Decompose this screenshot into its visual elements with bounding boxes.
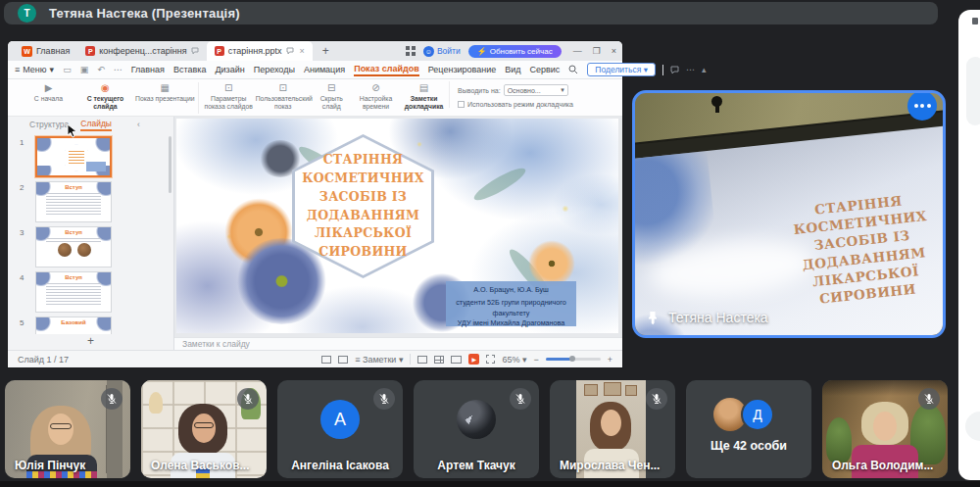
slide-canvas[interactable]: СТАРІННЯ КОСМЕТИЧНИХ ЗАСОБІВ ІЗ ДОДАВАНН… [176, 119, 618, 333]
participant-tile-artem[interactable]: Артем Ткачук [414, 380, 539, 478]
mic-off-icon [918, 388, 940, 410]
participant-tile-yulia[interactable]: Юлія Пінчук [5, 380, 130, 478]
print-icon[interactable]: ▣ [80, 65, 89, 74]
wps-status-bar: Слайд 1 / 17 ≡ Заметки ▾ ▶ 65% ▾ − + [8, 350, 622, 367]
more-options-icon[interactable]: ⋯ [686, 65, 695, 74]
tab-close-icon[interactable]: × [300, 46, 305, 56]
menu-item-transitions[interactable]: Переходы [254, 65, 295, 74]
thumbnail-photo [58, 243, 72, 257]
participant-tile-olena[interactable]: Олена Васьков... [141, 380, 267, 478]
minimize-button[interactable]: — [573, 46, 582, 56]
wps-tab-bar: W Главная P конференц...старіння P старі… [8, 41, 622, 61]
authors-textbox[interactable]: А.О. Брацун, Ю.А. Буш студенти 52Б групи… [446, 281, 576, 326]
share-button[interactable]: Поделиться ▾ [587, 63, 656, 76]
participant-tile-olha[interactable]: Ольга Володим... [822, 380, 948, 478]
tab-document-1-label: конференц...старіння [99, 46, 186, 56]
undo-icon[interactable]: ↶ [97, 65, 105, 74]
letter-avatar: А [320, 400, 360, 439]
save-icon[interactable]: ▭ [63, 65, 72, 74]
apps-grid-icon[interactable] [406, 46, 416, 56]
tile-options-button[interactable] [907, 91, 937, 121]
search-icon[interactable] [568, 65, 578, 74]
presentation-icon: ▦ [135, 81, 195, 95]
slide-thumbnail[interactable]: Вступ [35, 271, 112, 313]
tab-home[interactable]: W Главная [14, 41, 77, 61]
presenter-mode-label: Использовать режим докладчика [467, 101, 573, 108]
ribbon-speaker-notes[interactable]: ▤ Заметки докладчика [399, 81, 449, 111]
thumbnail-row-1[interactable]: 1 [20, 136, 112, 177]
panel-item-fragment [966, 57, 980, 125]
menu-item-design[interactable]: Дизайн [215, 65, 244, 74]
new-tab-button[interactable]: + [322, 44, 329, 58]
zoom-slider[interactable] [546, 358, 601, 361]
play-circle-icon: ◉ [75, 81, 135, 95]
thumbnails-scrollbar[interactable] [169, 136, 172, 193]
tab-document-1[interactable]: P конференц...старіння [77, 41, 206, 61]
chevron-down-icon: ▾ [50, 65, 55, 74]
slide-thumbnail[interactable]: Вступ [35, 226, 112, 268]
menu-item-view[interactable]: Вид [505, 65, 520, 74]
panel-button-fragment[interactable] [965, 412, 980, 441]
ribbon-hide-slide[interactable]: ⊟ Скрыть слайд [311, 81, 353, 111]
slide-thumbnail[interactable]: Вступ [35, 181, 112, 222]
thumbnail-row-4[interactable]: 4 Вступ [20, 271, 112, 313]
side-panel-cutoff [958, 10, 980, 480]
ribbon-rehearse-timings[interactable]: ⊘ Настройка времени [353, 81, 399, 111]
slide-sorter-icon[interactable] [434, 356, 444, 364]
participant-tile-myroslava[interactable]: Мирослава Чен... [550, 380, 675, 478]
ribbon-custom-show[interactable]: ⊡ Пользовательский показ [256, 81, 311, 111]
menu-item-slideshow-active[interactable]: Показ слайдов [354, 64, 419, 76]
zoom-level[interactable]: 65% ▾ [502, 355, 526, 365]
menu-item-tools[interactable]: Сервис [530, 65, 561, 74]
hide-slide-icon: ⊟ [311, 81, 353, 95]
ribbon-show-presentation[interactable]: ▦ Показ презентации [135, 81, 195, 103]
thumbnail-row-3[interactable]: 3 Вступ [20, 226, 112, 268]
panel-tab-outline[interactable]: Структура [29, 120, 69, 129]
notes-toggle[interactable]: ≡ Заметки ▾ [355, 355, 403, 365]
slide-thumbnail[interactable]: Базовий [35, 317, 112, 334]
upgrade-button[interactable]: ⚡ Обновить сейчас [468, 45, 562, 58]
thumbnail-row-5[interactable]: 5 Базовий [20, 317, 112, 334]
fit-window-icon[interactable] [486, 355, 495, 364]
menu-item-insert[interactable]: Вставка [173, 65, 206, 74]
wps-ribbon: ▶ С начала ◉ С текущего слайда ▦ Показ п… [8, 79, 622, 117]
maximize-button[interactable]: ❐ [593, 46, 601, 56]
mouse-cursor [67, 123, 77, 138]
presenter-mode-checkbox[interactable] [458, 101, 465, 108]
more-icon[interactable]: ⋯ [114, 65, 122, 74]
zoom-slider-handle[interactable] [569, 356, 575, 362]
output-monitor-select[interactable]: Основно...▾ [504, 84, 568, 96]
panel-tab-slides[interactable]: Слайды [80, 119, 112, 131]
handout-tool-icon[interactable] [338, 356, 348, 364]
participant-tile-overflow[interactable]: Д Ще 42 особи [686, 380, 811, 478]
menu-item-home[interactable]: Главная [131, 65, 165, 74]
menu-item-animation[interactable]: Анимация [304, 65, 345, 74]
main-menu-button[interactable]: ≡ Меню ▾ [15, 65, 54, 74]
comments-icon[interactable] [670, 66, 679, 74]
close-button[interactable]: × [612, 46, 616, 56]
reading-view-icon[interactable] [451, 356, 462, 364]
login-button[interactable]: ☺ Войти [423, 46, 461, 57]
photo-avatar [457, 400, 496, 439]
mic-off-icon [373, 388, 395, 410]
ribbon-from-beginning[interactable]: ▶ С начала [22, 81, 75, 103]
collapse-ribbon-icon[interactable]: ▴ [702, 65, 707, 74]
notes-placeholder[interactable]: Заметки к слайду [174, 337, 622, 350]
menu-item-review[interactable]: Рецензирование [428, 65, 497, 74]
zoom-in-button[interactable]: + [608, 355, 612, 365]
normal-view-icon[interactable] [417, 356, 427, 364]
thumbnail-list: 1 2 Вступ [8, 132, 173, 334]
pinned-video-tile[interactable]: СТАРІННЯ КОСМЕТИЧНИХ ЗАСОБІВ ІЗ ДОДАВАНН… [632, 90, 946, 338]
comment-bubble-icon [286, 47, 294, 55]
slide-thumbnail-selected[interactable] [35, 136, 112, 177]
comment-tool-icon[interactable] [321, 356, 331, 364]
slideshow-play-button[interactable]: ▶ [468, 354, 479, 365]
thumbnail-row-2[interactable]: 2 Вступ [20, 181, 112, 222]
ribbon-from-current[interactable]: ◉ С текущего слайда [75, 81, 135, 111]
zoom-out-button[interactable]: − [533, 355, 538, 365]
add-slide-button[interactable]: + [8, 334, 173, 350]
panel-collapse-button[interactable]: ‹ [137, 120, 140, 129]
ribbon-slideshow-settings[interactable]: ⊡ Параметры показа слайдов [202, 81, 256, 111]
participant-tile-anhelina[interactable]: А Ангеліна Ісакова [277, 380, 403, 478]
tab-document-2-active[interactable]: P старіння.pptx × [207, 41, 313, 61]
